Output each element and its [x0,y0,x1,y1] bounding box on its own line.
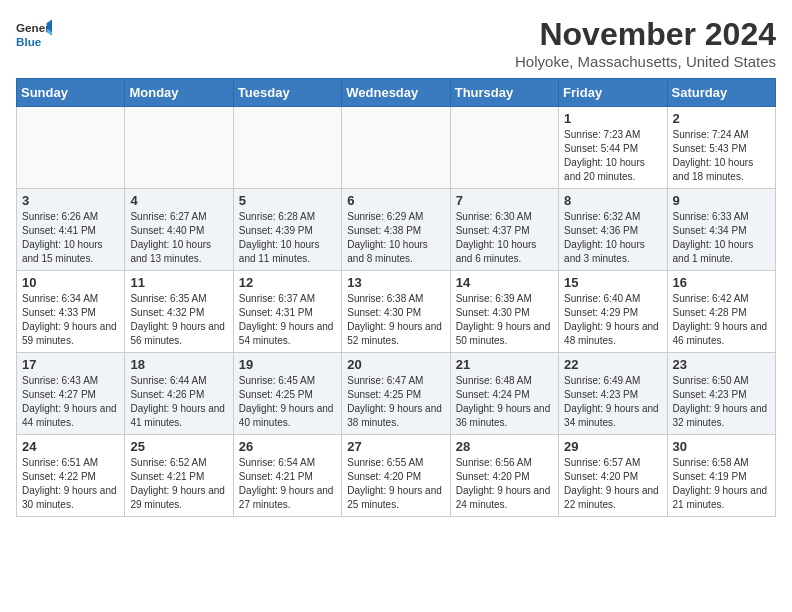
day-number: 6 [347,193,444,208]
calendar-cell: 27Sunrise: 6:55 AM Sunset: 4:20 PM Dayli… [342,435,450,517]
calendar-cell: 8Sunrise: 6:32 AM Sunset: 4:36 PM Daylig… [559,189,667,271]
calendar-cell [450,107,558,189]
day-info: Sunrise: 6:26 AM Sunset: 4:41 PM Dayligh… [22,210,119,266]
calendar-week-4: 17Sunrise: 6:43 AM Sunset: 4:27 PM Dayli… [17,353,776,435]
logo-icon: General Blue [16,16,52,52]
day-info: Sunrise: 6:50 AM Sunset: 4:23 PM Dayligh… [673,374,770,430]
day-number: 4 [130,193,227,208]
calendar-cell: 15Sunrise: 6:40 AM Sunset: 4:29 PM Dayli… [559,271,667,353]
day-info: Sunrise: 6:37 AM Sunset: 4:31 PM Dayligh… [239,292,336,348]
day-number: 21 [456,357,553,372]
calendar-week-2: 3Sunrise: 6:26 AM Sunset: 4:41 PM Daylig… [17,189,776,271]
day-info: Sunrise: 6:29 AM Sunset: 4:38 PM Dayligh… [347,210,444,266]
day-info: Sunrise: 6:55 AM Sunset: 4:20 PM Dayligh… [347,456,444,512]
day-number: 5 [239,193,336,208]
calendar-cell: 10Sunrise: 6:34 AM Sunset: 4:33 PM Dayli… [17,271,125,353]
day-info: Sunrise: 6:42 AM Sunset: 4:28 PM Dayligh… [673,292,770,348]
calendar-cell: 5Sunrise: 6:28 AM Sunset: 4:39 PM Daylig… [233,189,341,271]
day-number: 28 [456,439,553,454]
day-info: Sunrise: 6:43 AM Sunset: 4:27 PM Dayligh… [22,374,119,430]
col-header-thursday: Thursday [450,79,558,107]
location-title: Holyoke, Massachusetts, United States [515,53,776,70]
calendar-cell: 29Sunrise: 6:57 AM Sunset: 4:20 PM Dayli… [559,435,667,517]
calendar-cell [125,107,233,189]
day-number: 20 [347,357,444,372]
day-info: Sunrise: 6:39 AM Sunset: 4:30 PM Dayligh… [456,292,553,348]
day-number: 16 [673,275,770,290]
calendar-cell: 18Sunrise: 6:44 AM Sunset: 4:26 PM Dayli… [125,353,233,435]
day-number: 14 [456,275,553,290]
calendar-header-row: SundayMondayTuesdayWednesdayThursdayFrid… [17,79,776,107]
col-header-tuesday: Tuesday [233,79,341,107]
calendar-cell: 9Sunrise: 6:33 AM Sunset: 4:34 PM Daylig… [667,189,775,271]
calendar-cell: 24Sunrise: 6:51 AM Sunset: 4:22 PM Dayli… [17,435,125,517]
calendar-cell: 25Sunrise: 6:52 AM Sunset: 4:21 PM Dayli… [125,435,233,517]
day-number: 8 [564,193,661,208]
calendar-cell [17,107,125,189]
calendar-cell: 17Sunrise: 6:43 AM Sunset: 4:27 PM Dayli… [17,353,125,435]
day-info: Sunrise: 6:28 AM Sunset: 4:39 PM Dayligh… [239,210,336,266]
day-info: Sunrise: 6:51 AM Sunset: 4:22 PM Dayligh… [22,456,119,512]
calendar-week-5: 24Sunrise: 6:51 AM Sunset: 4:22 PM Dayli… [17,435,776,517]
day-number: 18 [130,357,227,372]
day-info: Sunrise: 6:49 AM Sunset: 4:23 PM Dayligh… [564,374,661,430]
calendar-cell: 16Sunrise: 6:42 AM Sunset: 4:28 PM Dayli… [667,271,775,353]
logo: General Blue [16,16,52,52]
day-number: 29 [564,439,661,454]
day-number: 27 [347,439,444,454]
day-info: Sunrise: 6:52 AM Sunset: 4:21 PM Dayligh… [130,456,227,512]
calendar-cell: 26Sunrise: 6:54 AM Sunset: 4:21 PM Dayli… [233,435,341,517]
calendar-cell: 3Sunrise: 6:26 AM Sunset: 4:41 PM Daylig… [17,189,125,271]
day-info: Sunrise: 6:54 AM Sunset: 4:21 PM Dayligh… [239,456,336,512]
calendar-cell: 7Sunrise: 6:30 AM Sunset: 4:37 PM Daylig… [450,189,558,271]
calendar-cell: 30Sunrise: 6:58 AM Sunset: 4:19 PM Dayli… [667,435,775,517]
day-info: Sunrise: 6:33 AM Sunset: 4:34 PM Dayligh… [673,210,770,266]
svg-text:Blue: Blue [16,35,42,48]
day-number: 12 [239,275,336,290]
calendar-cell: 21Sunrise: 6:48 AM Sunset: 4:24 PM Dayli… [450,353,558,435]
day-info: Sunrise: 6:40 AM Sunset: 4:29 PM Dayligh… [564,292,661,348]
calendar-cell: 19Sunrise: 6:45 AM Sunset: 4:25 PM Dayli… [233,353,341,435]
calendar-cell: 11Sunrise: 6:35 AM Sunset: 4:32 PM Dayli… [125,271,233,353]
calendar-cell: 22Sunrise: 6:49 AM Sunset: 4:23 PM Dayli… [559,353,667,435]
day-number: 11 [130,275,227,290]
day-number: 2 [673,111,770,126]
col-header-wednesday: Wednesday [342,79,450,107]
header-area: General Blue November 2024 Holyoke, Mass… [16,16,776,70]
calendar-cell: 14Sunrise: 6:39 AM Sunset: 4:30 PM Dayli… [450,271,558,353]
calendar-week-1: 1Sunrise: 7:23 AM Sunset: 5:44 PM Daylig… [17,107,776,189]
day-number: 1 [564,111,661,126]
calendar-cell: 20Sunrise: 6:47 AM Sunset: 4:25 PM Dayli… [342,353,450,435]
col-header-friday: Friday [559,79,667,107]
calendar-cell: 12Sunrise: 6:37 AM Sunset: 4:31 PM Dayli… [233,271,341,353]
day-number: 13 [347,275,444,290]
day-info: Sunrise: 6:35 AM Sunset: 4:32 PM Dayligh… [130,292,227,348]
day-info: Sunrise: 7:24 AM Sunset: 5:43 PM Dayligh… [673,128,770,184]
calendar-cell: 4Sunrise: 6:27 AM Sunset: 4:40 PM Daylig… [125,189,233,271]
calendar-cell: 28Sunrise: 6:56 AM Sunset: 4:20 PM Dayli… [450,435,558,517]
day-info: Sunrise: 6:47 AM Sunset: 4:25 PM Dayligh… [347,374,444,430]
day-info: Sunrise: 6:32 AM Sunset: 4:36 PM Dayligh… [564,210,661,266]
calendar: SundayMondayTuesdayWednesdayThursdayFrid… [16,78,776,517]
day-number: 7 [456,193,553,208]
calendar-cell: 13Sunrise: 6:38 AM Sunset: 4:30 PM Dayli… [342,271,450,353]
day-number: 19 [239,357,336,372]
day-number: 10 [22,275,119,290]
day-info: Sunrise: 6:44 AM Sunset: 4:26 PM Dayligh… [130,374,227,430]
calendar-cell [233,107,341,189]
calendar-cell: 1Sunrise: 7:23 AM Sunset: 5:44 PM Daylig… [559,107,667,189]
day-info: Sunrise: 6:48 AM Sunset: 4:24 PM Dayligh… [456,374,553,430]
calendar-cell: 2Sunrise: 7:24 AM Sunset: 5:43 PM Daylig… [667,107,775,189]
col-header-sunday: Sunday [17,79,125,107]
day-number: 22 [564,357,661,372]
day-info: Sunrise: 7:23 AM Sunset: 5:44 PM Dayligh… [564,128,661,184]
calendar-cell: 6Sunrise: 6:29 AM Sunset: 4:38 PM Daylig… [342,189,450,271]
day-number: 26 [239,439,336,454]
month-title: November 2024 [515,16,776,53]
day-number: 15 [564,275,661,290]
day-info: Sunrise: 6:38 AM Sunset: 4:30 PM Dayligh… [347,292,444,348]
day-info: Sunrise: 6:27 AM Sunset: 4:40 PM Dayligh… [130,210,227,266]
calendar-cell [342,107,450,189]
day-number: 17 [22,357,119,372]
col-header-monday: Monday [125,79,233,107]
